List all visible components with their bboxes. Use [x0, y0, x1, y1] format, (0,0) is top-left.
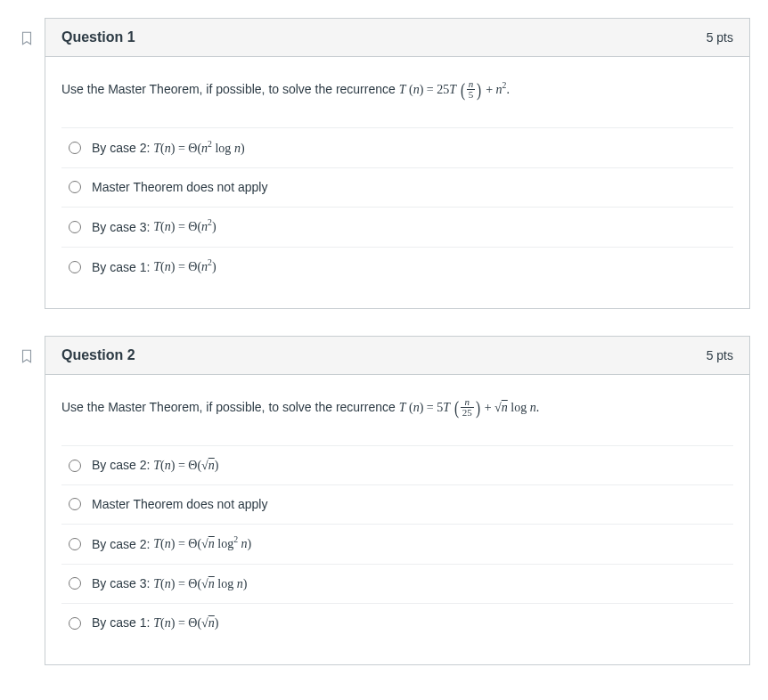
answer-option[interactable]: By case 2: T(n) = Θ(n2 log n) [61, 128, 733, 168]
answer-label: By case 1: T(n) = Θ(√n) [92, 613, 218, 633]
answers-list: By case 2: T(n) = Θ(√n) Master Theorem d… [61, 445, 733, 643]
exp: 2 [502, 80, 507, 90]
answer-label: By case 2: T(n) = Θ(n2 log n) [92, 137, 245, 159]
answer-option[interactable]: By case 1: T(n) = Θ(n2) [61, 248, 733, 287]
answer-option[interactable]: By case 3: T(n) = Θ(√n log n) [61, 565, 733, 604]
recurrence-formula: T (n) = 25T (n5) + n2. [399, 83, 510, 96]
question-card: Question 1 5 pts Use the Master Theorem,… [45, 18, 750, 309]
question-prompt: Use the Master Theorem, if possible, to … [61, 393, 733, 424]
answer-radio[interactable] [69, 577, 81, 590]
question-title: Question 1 [61, 29, 135, 45]
answer-radio[interactable] [69, 460, 81, 472]
answer-option[interactable]: By case 2: T(n) = Θ(√n log2 n) [61, 525, 733, 565]
answer-prefix: By case 2: [92, 458, 153, 472]
bookmark-icon[interactable] [19, 30, 35, 49]
answer-prefix: By case 2: [92, 141, 153, 155]
answer-option[interactable]: By case 1: T(n) = Θ(√n) [61, 604, 733, 642]
answer-option[interactable]: Master Theorem does not apply [61, 168, 733, 207]
answer-radio[interactable] [69, 538, 81, 550]
flag-column [9, 18, 45, 49]
question-header: Question 2 5 pts [45, 337, 749, 375]
answers-list: By case 2: T(n) = Θ(n2 log n) Master The… [61, 127, 733, 287]
answer-label: By case 1: T(n) = Θ(n2) [92, 256, 217, 278]
answer-radio[interactable] [69, 221, 81, 233]
answer-label: By case 2: T(n) = Θ(√n) [92, 455, 218, 476]
answer-label: By case 2: T(n) = Θ(√n log2 n) [92, 533, 251, 555]
answer-label: Master Theorem does not apply [92, 494, 267, 514]
answer-radio[interactable] [69, 617, 81, 630]
denom: 25 [461, 407, 474, 418]
answer-label: By case 3: T(n) = Θ(√n log n) [92, 574, 247, 594]
question-points: 5 pts [707, 348, 733, 362]
question-card: Question 2 5 pts Use the Master Theorem,… [45, 336, 750, 665]
bookmark-icon[interactable] [19, 348, 35, 367]
answer-option[interactable]: By case 3: T(n) = Θ(n2) [61, 208, 733, 248]
question-header: Question 1 5 pts [45, 19, 749, 57]
question-body: Use the Master Theorem, if possible, to … [45, 375, 749, 664]
prompt-prefix: Use the Master Theorem, if possible, to … [61, 82, 399, 96]
coef: 25 [437, 83, 449, 96]
recurrence-formula: T (n) = 5T (n25) + √n log n. [399, 401, 539, 414]
answer-prefix: By case 3: [92, 576, 153, 590]
answer-radio[interactable] [69, 498, 81, 510]
answer-prefix: By case 2: [92, 536, 153, 550]
question-wrapper: Question 1 5 pts Use the Master Theorem,… [9, 18, 750, 309]
question-prompt: Use the Master Theorem, if possible, to … [61, 75, 733, 106]
question-wrapper: Question 2 5 pts Use the Master Theorem,… [9, 336, 750, 665]
answer-radio[interactable] [69, 261, 81, 273]
answer-option[interactable]: Master Theorem does not apply [61, 485, 733, 524]
flag-column [9, 336, 45, 367]
question-body: Use the Master Theorem, if possible, to … [45, 57, 749, 308]
question-points: 5 pts [707, 30, 733, 45]
prompt-prefix: Use the Master Theorem, if possible, to … [61, 400, 399, 414]
answer-prefix: By case 1: [92, 615, 153, 630]
denom: 5 [467, 89, 476, 100]
answer-option[interactable]: By case 2: T(n) = Θ(√n) [61, 446, 733, 485]
answer-label: Master Theorem does not apply [92, 177, 267, 197]
question-title: Question 2 [61, 347, 135, 363]
answer-prefix: By case 3: [92, 219, 153, 233]
answer-prefix: By case 1: [92, 259, 153, 273]
answer-radio[interactable] [69, 181, 81, 193]
answer-radio[interactable] [69, 142, 81, 154]
answer-label: By case 3: T(n) = Θ(n2) [92, 216, 217, 238]
